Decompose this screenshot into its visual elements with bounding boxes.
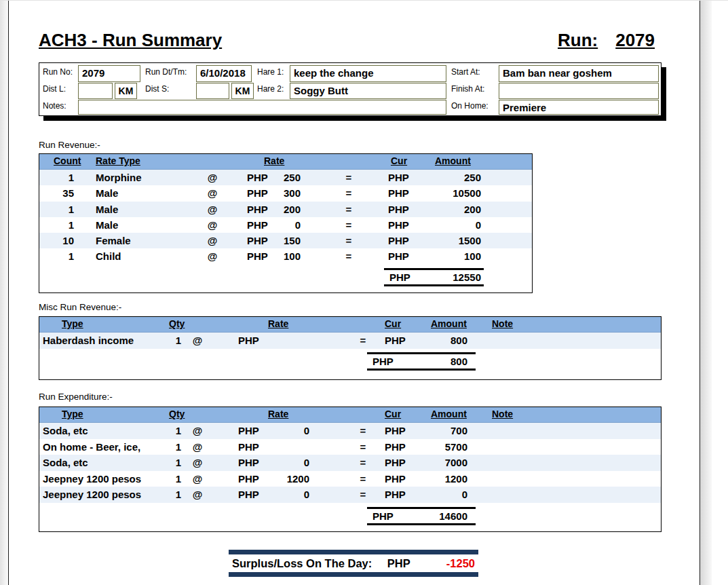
cell-eq: = — [339, 217, 359, 233]
cell-at: @ — [202, 248, 223, 264]
start-at-field[interactable]: Bam ban near goshem — [499, 65, 659, 82]
cell-qty: 1 — [158, 455, 181, 471]
total-amount: 12550 — [453, 271, 481, 283]
page-edge-left — [0, 0, 8, 585]
cell-type: Jeepney 1200 pesos — [39, 471, 158, 487]
exp-col-cur: Cur — [385, 409, 401, 419]
cell-cur2: PHP — [388, 233, 417, 248]
misc-col-rate: Rate — [268, 318, 288, 329]
cell-rate: 0 — [267, 455, 309, 471]
cell-amount: 0 — [417, 217, 481, 233]
cell-note — [467, 455, 661, 471]
cell-count: 1 — [39, 170, 74, 185]
expenditure-table-header: Type Qty Rate Cur Amount Note — [39, 407, 661, 423]
table-row: Jeepney 1200 pesos 1 @ PHP 1200 = PHP 12… — [39, 471, 661, 487]
run-dttm-field[interactable]: 6/10/2018 — [196, 65, 252, 82]
expenditure-table: Type Qty Rate Cur Amount Note Soda, etc … — [39, 407, 662, 532]
surplus-amount: -1250 — [446, 557, 475, 570]
cell-cur1: PHP — [247, 202, 274, 217]
misc-col-note: Note — [492, 318, 513, 329]
cell-cur2: PHP — [388, 170, 417, 185]
cell-eq: = — [339, 185, 359, 201]
cell-type: Male — [74, 185, 202, 201]
page-border-left — [8, 0, 9, 585]
cell-eq: = — [353, 471, 373, 487]
on-home-label: On Home: — [451, 101, 488, 111]
cell-rate: 0 — [267, 423, 309, 439]
table-row: 1 Male @ PHP 0 = PHP 0 — [39, 217, 532, 233]
cell-rate — [267, 439, 309, 455]
cell-count: 1 — [39, 202, 74, 217]
misc-revenue-table-header: Type Qty Rate Cur Amount Note — [39, 317, 661, 333]
cell-amount: 0 — [413, 487, 467, 503]
total-amount: 800 — [451, 356, 467, 367]
revenue-col-amount: Amount — [435, 155, 471, 166]
cell-rate: 0 — [274, 217, 301, 233]
cell-eq: = — [353, 333, 373, 349]
dist-l-field[interactable] — [78, 83, 113, 99]
table-row: Soda, etc 1 @ PHP 0 = PHP 700 — [39, 423, 661, 439]
total-currency: PHP — [389, 271, 410, 283]
cell-amount: 7000 — [413, 455, 467, 471]
misc-col-qty: Qty — [169, 318, 185, 329]
revenue-col-cur: Cur — [391, 155, 407, 166]
revenue-table-header: Count Rate Type Rate Cur Amount — [39, 154, 532, 170]
cell-cur1: PHP — [238, 423, 267, 439]
hare2-field[interactable]: Soggy Butt — [290, 83, 446, 99]
cell-type: Soda, etc — [39, 423, 158, 439]
cell-eq: = — [339, 170, 359, 185]
finish-at-field[interactable] — [499, 83, 659, 99]
cell-cur1: PHP — [247, 248, 274, 264]
cell-rate: 0 — [267, 487, 309, 503]
total-currency: PHP — [372, 510, 394, 522]
cell-type: On home - Beer, ice, — [39, 439, 158, 455]
cell-type: Jeepney 1200 pesos — [39, 487, 158, 503]
revenue-col-type: Rate Type — [96, 155, 140, 166]
run-no-field[interactable]: 2079 — [78, 65, 140, 82]
misc-revenue-table: Type Qty Rate Cur Amount Note Haberdash … — [39, 316, 662, 380]
cell-rate: 250 — [274, 170, 301, 185]
cell-qty: 1 — [158, 487, 181, 503]
run-header: Run: 2079 — [558, 30, 655, 51]
table-row: On home - Beer, ice, 1 @ PHP = PHP 5700 — [39, 439, 661, 455]
cell-eq: = — [339, 202, 359, 217]
cell-eq: = — [339, 233, 359, 248]
cell-cur1: PHP — [238, 487, 267, 503]
surplus-currency: PHP — [387, 557, 410, 569]
misc-col-amount: Amount — [431, 318, 467, 329]
cell-amount: 5700 — [413, 439, 467, 455]
cell-rate: 300 — [274, 185, 301, 201]
cell-at: @ — [202, 170, 223, 185]
exp-col-rate: Rate — [268, 409, 288, 419]
table-row: 10 Female @ PHP 150 = PHP 1500 — [39, 233, 532, 248]
cell-at: @ — [187, 333, 208, 349]
cell-qty: 1 — [158, 423, 181, 439]
on-home-field[interactable]: Premiere — [499, 100, 659, 115]
total-amount: 14600 — [439, 510, 467, 522]
cell-cur2: PHP — [388, 185, 417, 201]
cell-rate: 150 — [274, 233, 301, 248]
hare1-field[interactable]: keep the change — [290, 65, 446, 82]
cell-cur2: PHP — [388, 202, 417, 217]
cell-qty: 1 — [158, 439, 181, 455]
surplus-label: Surplus/Loss On The Day: — [232, 557, 372, 569]
cell-cur2: PHP — [385, 423, 413, 439]
cell-at: @ — [187, 471, 208, 487]
notes-field[interactable] — [78, 100, 446, 115]
cell-amount: 200 — [417, 202, 481, 217]
cell-cur2: PHP — [385, 439, 413, 455]
cell-type: Child — [74, 248, 202, 264]
cell-count: 1 — [39, 248, 74, 264]
cell-cur2: PHP — [388, 217, 417, 233]
dist-s-field[interactable] — [196, 83, 229, 99]
cell-cur2: PHP — [385, 455, 413, 471]
run-dttm-label: Run Dt/Tm: — [145, 67, 187, 77]
cell-rate: 200 — [274, 202, 301, 217]
cell-cur1: PHP — [247, 233, 274, 248]
cell-type: Soda, etc — [39, 455, 158, 471]
total-currency: PHP — [372, 356, 394, 367]
cell-cur1: PHP — [247, 217, 274, 233]
cell-count: 35 — [39, 185, 74, 201]
hare2-label: Hare 2: — [257, 84, 284, 94]
exp-col-amount: Amount — [431, 409, 467, 419]
